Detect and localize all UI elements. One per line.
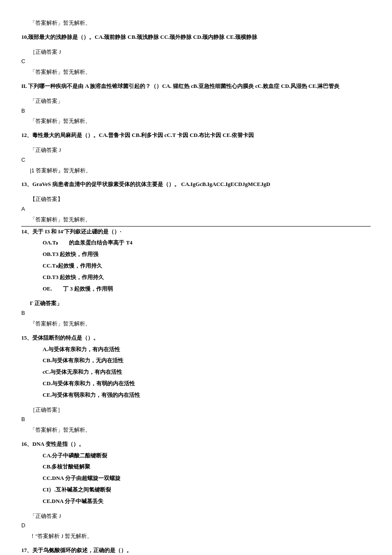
q16-opt-a: CA.分子中磷酸二酯键断裂	[43, 451, 371, 460]
q15-opt-b: CB.与受体有亲和力，无内在活性	[43, 356, 371, 365]
q11: IL 下列哪一种疾病不是由 A 族溶血性锥球菌引起的？（）CA. 猩红热 cB.…	[21, 82, 371, 91]
q17-num: 17、	[21, 547, 32, 553]
q15-analysis: 「答案解析」暂无解析。	[30, 426, 371, 435]
q12-analysis-prefix: |1	[30, 167, 35, 174]
q12-analysis: 答案解析』暂无解析。	[35, 167, 91, 174]
q16-opt-c: CC.DNA 分子由超螺旋一双螺旋	[43, 474, 371, 483]
q17: 17、关于鸟氨酸循环的叙述，正确的是（）。	[21, 546, 371, 555]
q15-stem: 受体阻断剂的特点是（）。	[32, 334, 99, 341]
q15-answer: B	[21, 415, 371, 424]
q15-options: A.与受体有亲和力，有内在活性 CB.与受体有亲和力，无内在活性 cC.与受体无…	[43, 345, 371, 400]
q10-stem: 颈部最大的浅静脉是（）。CA.颈前静脉 CB.颈浅静脉 CC.颈外静脉 CD.颈…	[28, 34, 257, 40]
q10: 10,颈部最大的浅静脉是（）。CA.颈前静脉 CB.颈浅静脉 CC.颈外静脉 C…	[21, 33, 371, 42]
q15: 15、受体阻断剂的特点是（）。	[21, 334, 371, 343]
q13-analysis: 「答案解析」暂无解析。	[30, 215, 371, 224]
q10-num: 10,	[21, 34, 28, 40]
q14-num: 14、	[21, 228, 32, 235]
q14-opt-c: CC.T₃起效慢，作用持久	[43, 262, 371, 270]
q13: 13、GraVeS 病患者血清中的促甲状腺素受体的抗体主要是（）。 CA.IgG…	[21, 180, 371, 189]
q15-opt-e: CE.与受体有弱亲和力，有强的内在活性	[43, 391, 371, 400]
q13-stem: GraVeS 病患者血清中的促甲状腺素受体的抗体主要是（）。 CA.IgGcB.…	[32, 181, 270, 187]
q16-answer: D	[21, 521, 371, 530]
q14-opt-e: OE. 丁 3 起效慢，作用弱	[43, 285, 371, 293]
q17-stem: 关于鸟氨酸循环的叙述，正确的是（）。	[32, 547, 132, 553]
q13-answer-label: 【正确答案】	[30, 195, 371, 204]
q14-options: OA.T₃ 的血浆蛋白结合率高于 T4 OB.T3 起效快，作用强 CC.T₃起…	[43, 238, 371, 293]
q16-answer-label: 「正确答案 J	[30, 512, 371, 521]
q15-answer-label: ［正确答案］	[30, 406, 371, 415]
q10-answer-label: ［正确答案 J	[30, 48, 371, 57]
q11-stem: 下列哪一种疾病不是由 A 族溶血性锥球菌引起的？（）CA. 猩红热 cB.亚急性…	[27, 83, 340, 89]
q16-stem: DNA 变性是指（）。	[32, 441, 84, 447]
q12-analysis-row: |1 答案解析』暂无解析。	[30, 166, 371, 175]
q12: 12、毒性最大的局麻药是（）。CA.普鲁卡因 CB.利多卡因 cC.T 卡因 C…	[21, 131, 371, 140]
q12-answer-label: 「正确答案 J	[30, 146, 371, 155]
q15-opt-c: cC.与受体无亲和力，有内在活性	[43, 368, 371, 377]
q11-answer-label: 「正确答案」	[30, 97, 371, 106]
q16: 16、DNA 变性是指（）。	[21, 440, 371, 449]
q9-analysis: 「答案解析」暂无解析。	[30, 19, 371, 28]
q15-num: 15、	[21, 334, 32, 341]
q11-analysis: 「答案解析」暂无解析。	[30, 117, 371, 126]
q14-answer: B	[21, 309, 371, 318]
q16-analysis: ！″答案解析 J 暂无解析。	[30, 532, 371, 541]
q10-answer: C	[21, 57, 371, 66]
q14-opt-d: CD.T3 起效快，作用持久	[43, 273, 371, 282]
q14-opt-a: OA.T₃ 的血浆蛋白结合率高于 T4	[43, 238, 371, 247]
q16-options: CA.分子中磷酸二酯键断裂 CB.多核甘酸链解聚 CC.DNA 分子由超螺旋一双…	[43, 451, 371, 506]
q16-opt-b: CB.多核甘酸链解聚	[43, 462, 371, 471]
q15-opt-d: CD.与受体有亲和力，有弱的内在活性	[43, 379, 371, 388]
q12-stem: 毒性最大的局麻药是（）。CA.普鲁卡因 CB.利多卡因 cC.T 卡因 CD.布…	[32, 132, 254, 138]
q14-answer-label: Γ 正确答案」	[30, 299, 371, 308]
q10-analysis: 「答案解析」暂无解析。	[30, 68, 371, 77]
q12-answer: C	[21, 156, 371, 165]
q15-opt-a: A.与受体有亲和力，有内在活性	[43, 345, 371, 354]
q12-num: 12、	[21, 132, 32, 138]
q14-analysis: 『答案解析」暂无解析。	[30, 320, 371, 328]
q14-stem: 关于 I3 和 I4'下列叙还止硼的是（）·	[32, 228, 121, 235]
q16-opt-e: CE.DNA 分子中碱基丢失	[43, 497, 371, 506]
q16-num: 16、	[21, 441, 32, 447]
divider	[21, 226, 371, 227]
q13-answer: A	[21, 205, 371, 214]
q14: 14、关于 I3 和 I4'下列叙还止硼的是（）·	[21, 227, 371, 236]
q14-opt-b: OB.T3 起效快，作用强	[43, 250, 371, 259]
q11-answer: B	[21, 107, 371, 116]
q16-opt-d: CI）.互补碱基之间氢键断裂	[43, 485, 371, 494]
q13-num: 13、	[21, 181, 32, 187]
q11-num: IL	[21, 83, 27, 89]
